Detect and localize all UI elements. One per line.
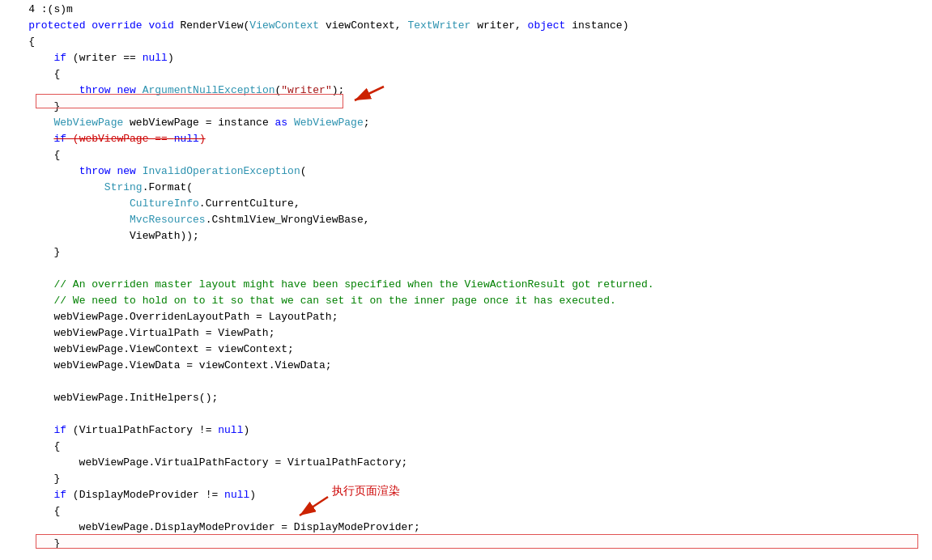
code-line: } bbox=[0, 537, 932, 554]
line-content: MvcResources.CshtmlView_WrongViewBase, bbox=[0, 214, 932, 227]
code-line: MvcResources.CshtmlView_WrongViewBase, bbox=[0, 214, 932, 230]
code-line: { bbox=[0, 68, 932, 84]
line-content: WebViewPage webViewPage = instance as We… bbox=[0, 117, 932, 129]
code-line: { bbox=[0, 36, 932, 52]
line-content: // An overriden master layout might have… bbox=[0, 278, 932, 291]
line-content: webViewPage.InitHelpers(); bbox=[0, 392, 932, 405]
code-line: } bbox=[0, 100, 932, 117]
code-line: { bbox=[0, 149, 932, 165]
line-content: { bbox=[0, 36, 932, 49]
code-line bbox=[0, 375, 932, 392]
code-line: String.Format( bbox=[0, 181, 932, 197]
code-line: if (webViewPage == null) bbox=[0, 133, 932, 149]
code-line: webViewPage.DisplayModeProvider = Displa… bbox=[0, 521, 932, 537]
line-content: ViewPath)); bbox=[0, 230, 932, 243]
line-content: protected override void RenderView(ViewC… bbox=[0, 19, 932, 32]
line-content: throw new InvalidOperationException( bbox=[0, 165, 932, 178]
code-line: ViewPath)); bbox=[0, 230, 932, 246]
line-content: if (webViewPage == null) bbox=[0, 133, 932, 146]
line-content: } bbox=[0, 100, 932, 113]
code-line: if (DisplayModeProvider != null) bbox=[0, 489, 932, 505]
line-content: } bbox=[0, 246, 932, 259]
code-line: protected override void RenderView(ViewC… bbox=[0, 19, 932, 36]
code-line: WebViewPage webViewPage = instance as We… bbox=[0, 117, 932, 133]
code-container: 4 :(s)m protected override void RenderVi… bbox=[0, 0, 932, 560]
code-line: webViewPage.OverridenLayoutPath = Layout… bbox=[0, 311, 932, 327]
code-line: if (VirtualPathFactory != null) bbox=[0, 424, 932, 440]
line-content: webViewPage.VirtualPath = ViewPath; bbox=[0, 327, 932, 340]
line-content: String.Format( bbox=[0, 181, 932, 194]
code-line: // We need to hold on to it so that we c… bbox=[0, 295, 932, 311]
code-line: // An overriden master layout might have… bbox=[0, 278, 932, 295]
code-line: webViewPage.VirtualPathFactory = Virtual… bbox=[0, 456, 932, 473]
code-line: { bbox=[0, 505, 932, 521]
code-line: throw new InvalidOperationException( bbox=[0, 165, 932, 181]
line-content: throw new ArgumentNullException("writer"… bbox=[0, 84, 932, 97]
line-content: { bbox=[0, 505, 932, 518]
code-line bbox=[0, 262, 932, 278]
code-line: webViewPage.ViewContext = viewContext; bbox=[0, 343, 932, 359]
line-content: webViewPage.ViewContext = viewContext; bbox=[0, 343, 932, 356]
code-line: 4 :(s)m bbox=[0, 3, 932, 19]
line-content: 4 :(s)m bbox=[0, 3, 932, 16]
line-content: CultureInfo.CurrentCulture, bbox=[0, 197, 932, 210]
code-line bbox=[0, 408, 932, 424]
code-line: webViewPage.ViewData = viewContext.ViewD… bbox=[0, 359, 932, 375]
line-content: { bbox=[0, 68, 932, 81]
code-line bbox=[0, 554, 932, 560]
code-line: webViewPage.VirtualPath = ViewPath; bbox=[0, 327, 932, 343]
line-content: webViewPage.DisplayModeProvider = Displa… bbox=[0, 521, 932, 534]
code-line: } bbox=[0, 473, 932, 489]
line-content: if (VirtualPathFactory != null) bbox=[0, 424, 932, 437]
annotation-execute-render: 执行页面渲染 bbox=[332, 484, 400, 498]
code-line: { bbox=[0, 440, 932, 456]
line-content: // We need to hold on to it so that we c… bbox=[0, 295, 932, 308]
line-content: webViewPage.ViewData = viewContext.ViewD… bbox=[0, 359, 932, 372]
line-content: if (writer == null) bbox=[0, 52, 932, 65]
code-line: } bbox=[0, 246, 932, 262]
line-content: webViewPage.OverridenLayoutPath = Layout… bbox=[0, 311, 932, 324]
line-content: } bbox=[0, 473, 932, 486]
line-content: { bbox=[0, 440, 932, 453]
code-line: if (writer == null) bbox=[0, 52, 932, 68]
code-line: webViewPage.InitHelpers(); bbox=[0, 392, 932, 408]
line-content: { bbox=[0, 149, 932, 162]
code-line: CultureInfo.CurrentCulture, bbox=[0, 197, 932, 214]
line-content: if (DisplayModeProvider != null) bbox=[0, 489, 932, 502]
code-line: throw new ArgumentNullException("writer"… bbox=[0, 84, 932, 100]
line-content: } bbox=[0, 537, 932, 550]
line-content: webViewPage.VirtualPathFactory = Virtual… bbox=[0, 456, 932, 469]
